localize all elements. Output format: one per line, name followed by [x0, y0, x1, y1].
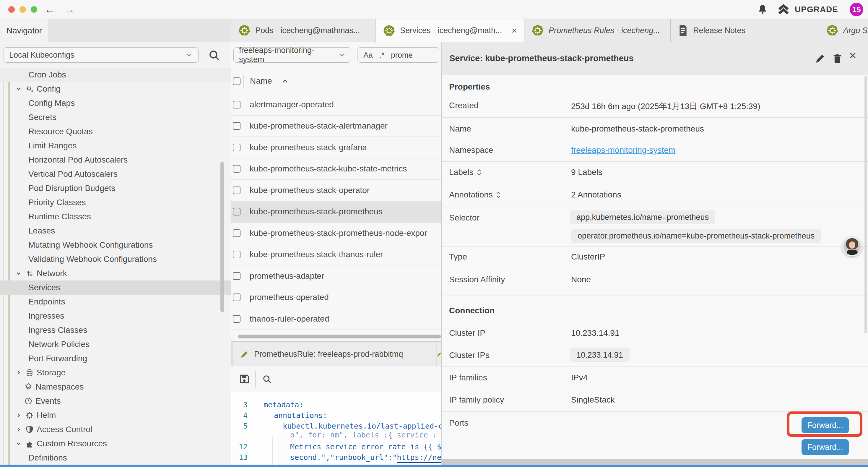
- save-icon[interactable]: [239, 373, 250, 384]
- table-row[interactable]: kube-prometheus-stack-alertmanager: [231, 116, 442, 137]
- row-checkbox[interactable]: [233, 122, 241, 130]
- row-checkbox[interactable]: [233, 101, 241, 109]
- row-checkbox[interactable]: [233, 293, 241, 301]
- yaml-editor[interactable]: 3 metadata: 4 annotations: 5 kubectl.kub…: [231, 392, 442, 467]
- sidebar-item-network-policies[interactable]: Network Policies: [0, 337, 231, 351]
- expand-toggle-icon[interactable]: [496, 191, 501, 199]
- edit-icon[interactable]: [814, 53, 826, 64]
- sidebar-item-pod-disruption-budgets[interactable]: Pod Disruption Budgets: [0, 181, 231, 195]
- close-window-button[interactable]: [8, 6, 15, 13]
- table-row[interactable]: prometheus-adapter: [231, 265, 442, 287]
- sidebar-item-priority-classes[interactable]: Priority Classes: [0, 195, 231, 209]
- sort-ascending-icon[interactable]: [282, 79, 288, 83]
- sidebar-item-services[interactable]: Services: [0, 281, 231, 295]
- forward-button-8080[interactable]: Forward...: [802, 439, 849, 455]
- row-checkbox[interactable]: [233, 315, 241, 323]
- namespace-link[interactable]: freeleaps-monitoring-system: [571, 145, 675, 155]
- runbook-url-link[interactable]: https://net: [397, 453, 442, 463]
- table-row-selected[interactable]: kube-prometheus-stack-prometheus: [231, 201, 442, 223]
- sidebar-item-limit-ranges[interactable]: Limit Ranges: [0, 139, 231, 153]
- namespace-filter-select[interactable]: freeleaps-monitoring-system: [234, 47, 351, 63]
- row-checkbox[interactable]: [233, 165, 241, 173]
- table-row[interactable]: kube-prometheus-stack-kube-state-metrics: [231, 158, 442, 180]
- row-checkbox[interactable]: [233, 186, 241, 194]
- regex-toggle[interactable]: .*: [379, 51, 384, 60]
- upgrade-chevrons-icon[interactable]: [777, 3, 790, 16]
- details-scrollbar[interactable]: [864, 76, 867, 333]
- sidebar-item-storage[interactable]: Storage: [0, 366, 231, 380]
- sidebar-scrollbar[interactable]: [220, 162, 224, 312]
- upgrade-label[interactable]: UPGRADE: [795, 5, 838, 14]
- sidebar-item-port-forwarding[interactable]: Port Forwarding: [0, 351, 231, 366]
- sidebar-item-ingresses[interactable]: Ingresses: [0, 309, 231, 323]
- delete-icon[interactable]: [831, 53, 843, 64]
- table-row[interactable]: kube-prometheus-stack-grafana: [231, 137, 442, 158]
- sidebar-item-horizontal-pod-autoscalers[interactable]: Horizontal Pod Autoscalers: [0, 153, 231, 167]
- chevron-right-icon[interactable]: [15, 370, 23, 376]
- row-checkbox[interactable]: [233, 251, 241, 258]
- sidebar-item-leases[interactable]: Leases: [0, 224, 231, 238]
- row-checkbox[interactable]: [233, 229, 241, 237]
- table-row[interactable]: prometheus-operated: [231, 287, 442, 309]
- sidebar-item-resource-quotas[interactable]: Resource Quotas: [0, 124, 231, 139]
- table-row[interactable]: alertmanager-operated: [231, 94, 442, 116]
- search-value: prome: [391, 51, 413, 60]
- close-tab-icon[interactable]: ×: [507, 25, 517, 36]
- sidebar-item-network[interactable]: Network: [0, 266, 231, 281]
- tab-services[interactable]: Services - icecheng@math... ×: [376, 19, 524, 42]
- sidebar-item-helm[interactable]: Helm: [0, 408, 231, 422]
- chevron-down-icon[interactable]: [15, 86, 23, 92]
- back-button[interactable]: ←: [44, 2, 56, 16]
- user-avatar[interactable]: [842, 237, 862, 256]
- chevron-down-icon[interactable]: [15, 440, 23, 447]
- sidebar-item-config[interactable]: Config: [0, 82, 231, 96]
- line-number: 3: [231, 401, 248, 409]
- sidebar-item-config-maps[interactable]: Config Maps: [0, 96, 231, 110]
- table-row[interactable]: thanos-ruler-operated: [231, 308, 442, 330]
- bell-icon[interactable]: [757, 4, 768, 15]
- editor-search-icon[interactable]: [262, 374, 272, 384]
- tab-prometheus-rules[interactable]: Prometheus Rules - icecheng...: [524, 19, 671, 42]
- close-icon[interactable]: ×: [849, 49, 857, 63]
- chevron-right-icon[interactable]: [15, 412, 23, 418]
- tab-argo[interactable]: Argo Se: [819, 19, 868, 42]
- navigator-tab[interactable]: Navigator: [0, 19, 48, 42]
- sidebar-item-secrets[interactable]: Secrets: [0, 110, 231, 124]
- sidebar-item-namespaces[interactable]: Namespaces: [0, 380, 231, 394]
- forward-button[interactable]: →: [64, 2, 75, 16]
- horizontal-scrollbar[interactable]: [238, 334, 441, 339]
- minimize-window-button[interactable]: [20, 6, 26, 13]
- kubeconfig-select[interactable]: Local Kubeconfigs: [4, 47, 198, 63]
- sidebar-item-access-control[interactable]: Access Control: [0, 422, 231, 437]
- match-case-toggle[interactable]: Aa: [363, 51, 373, 60]
- chevron-right-icon[interactable]: [15, 426, 23, 433]
- search-input[interactable]: Aa .* prome: [357, 47, 439, 63]
- expand-toggle-icon[interactable]: [476, 169, 482, 176]
- sidebar-item-definitions[interactable]: Definitions: [0, 451, 231, 465]
- editor-tab-prometheusrule[interactable]: PrometheusRule: freeleaps-prod-rabbitmq: [234, 342, 436, 367]
- row-checkbox[interactable]: [233, 272, 241, 280]
- row-checkbox[interactable]: [233, 208, 241, 215]
- tab-release-notes[interactable]: Release Notes: [671, 19, 819, 42]
- notification-badge[interactable]: 15: [850, 3, 863, 16]
- table-row[interactable]: kube-prometheus-stack-prometheus-node-ex…: [231, 223, 442, 244]
- sidebar-item-custom-resources[interactable]: Custom Resources: [0, 437, 231, 451]
- select-all-checkbox[interactable]: [233, 78, 241, 85]
- sidebar-item-validating-webhook-configurations[interactable]: Validating Webhook Configurations: [0, 252, 231, 266]
- chevron-down-icon[interactable]: [15, 270, 23, 276]
- table-row[interactable]: kube-prometheus-stack-operator: [231, 180, 442, 201]
- tab-pods[interactable]: Pods - icecheng@mathmas...: [231, 19, 376, 42]
- search-icon[interactable]: [208, 49, 220, 61]
- editor-tab-partial[interactable]: [437, 342, 442, 367]
- sidebar-item-events[interactable]: Events: [0, 394, 231, 408]
- sidebar-item-endpoints[interactable]: Endpoints: [0, 295, 231, 309]
- sidebar-item-vertical-pod-autoscalers[interactable]: Vertical Pod Autoscalers: [0, 167, 231, 181]
- sidebar-item-cron-jobs[interactable]: Cron Jobs: [0, 68, 231, 82]
- column-name[interactable]: Name: [250, 76, 272, 86]
- sidebar-item-mutating-webhook-configurations[interactable]: Mutating Webhook Configurations: [0, 238, 231, 252]
- sidebar-item-runtime-classes[interactable]: Runtime Classes: [0, 209, 231, 224]
- row-checkbox[interactable]: [233, 144, 241, 151]
- table-row[interactable]: kube-prometheus-stack-thanos-ruler: [231, 244, 442, 266]
- maximize-window-button[interactable]: [31, 6, 37, 13]
- sidebar-item-ingress-classes[interactable]: Ingress Classes: [0, 323, 231, 337]
